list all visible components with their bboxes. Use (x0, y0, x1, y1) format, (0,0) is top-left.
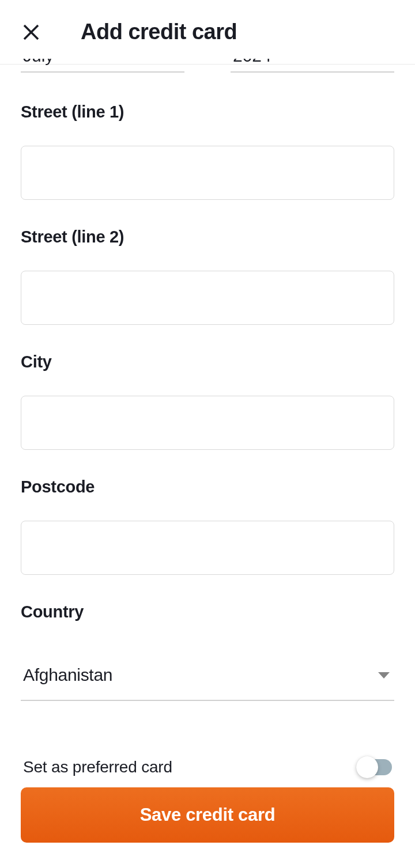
country-group: Country Afghanistan (21, 602, 394, 701)
expiry-row: July 2024 (21, 59, 394, 73)
preferred-toggle[interactable] (356, 756, 392, 778)
chevron-down-icon (378, 672, 390, 679)
street1-label: Street (line 1) (21, 103, 394, 122)
city-label: City (21, 352, 394, 372)
form-content: July 2024 Street (line 1) Street (line 2… (0, 59, 415, 862)
expiry-year-select[interactable]: 2024 (231, 59, 394, 73)
save-button[interactable]: Save credit card (21, 787, 394, 843)
country-label: Country (21, 602, 394, 621)
postcode-label: Postcode (21, 477, 394, 496)
street2-group: Street (line 2) (21, 228, 394, 325)
city-input[interactable] (21, 396, 394, 450)
expiry-month-select[interactable]: July (21, 59, 184, 73)
postcode-input[interactable] (21, 521, 394, 575)
expiry-year-value: 2024 (233, 59, 271, 66)
toggle-thumb (356, 756, 378, 778)
expiry-month-value: July (23, 59, 54, 66)
street1-input[interactable] (21, 146, 394, 200)
page-title: Add credit card (81, 20, 237, 44)
preferred-toggle-label: Set as preferred card (23, 758, 172, 776)
street2-input[interactable] (21, 271, 394, 325)
preferred-toggle-row: Set as preferred card (21, 756, 394, 778)
close-icon (22, 24, 40, 41)
modal-header: Add credit card (0, 0, 415, 65)
close-button[interactable] (21, 22, 42, 43)
street1-group: Street (line 1) (21, 103, 394, 200)
city-group: City (21, 352, 394, 450)
country-value: Afghanistan (23, 665, 112, 685)
postcode-group: Postcode (21, 477, 394, 575)
country-select[interactable]: Afghanistan (21, 665, 394, 701)
street2-label: Street (line 2) (21, 228, 394, 247)
